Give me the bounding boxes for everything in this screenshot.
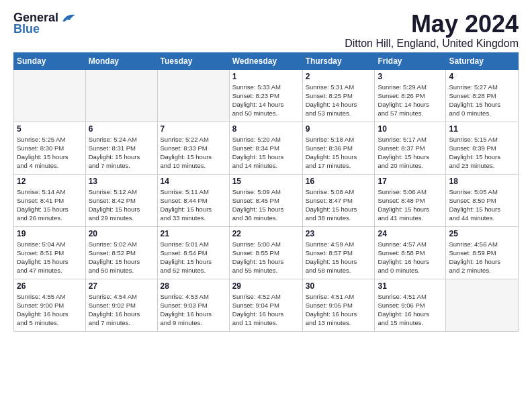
sun-time: Sunrise: 4:56 AM (449, 240, 515, 248)
sun-time: Sunrise: 4:51 AM (378, 292, 443, 301)
calendar-day-header: Friday (375, 52, 446, 69)
sun-time: Sunrise: 4:59 AM (306, 240, 372, 248)
sun-time: and 7 minutes. (89, 161, 154, 170)
day-number: 27 (89, 281, 154, 291)
calendar-day-header: Tuesday (157, 52, 229, 69)
calendar-cell: 23Sunrise: 4:59 AMSunset: 8:57 PMDayligh… (302, 226, 375, 279)
sun-time: Sunrise: 5:17 AM (378, 135, 443, 144)
month-title: May 2024 (345, 11, 519, 38)
sun-time: Sunrise: 4:51 AM (306, 292, 372, 301)
sun-time: Sunrise: 4:52 AM (232, 292, 300, 301)
sun-time: and 38 minutes. (306, 214, 372, 222)
sun-time: Sunset: 9:04 PM (232, 301, 300, 310)
daylight-hours: Daylight: 15 hours (89, 257, 154, 266)
sun-time: Sunset: 8:25 PM (306, 91, 372, 100)
sun-time: Sunrise: 5:02 AM (89, 240, 154, 248)
sun-time: and 13 minutes. (306, 318, 372, 327)
calendar-day-header: Saturday (446, 52, 519, 69)
sun-time: and 5 minutes. (17, 318, 83, 327)
day-number: 5 (17, 124, 83, 134)
daylight-hours: Daylight: 15 hours (232, 152, 300, 161)
day-number: 29 (232, 281, 300, 291)
calendar-cell: 21Sunrise: 5:01 AMSunset: 8:54 PMDayligh… (157, 226, 229, 279)
daylight-hours: Daylight: 14 hours (378, 100, 443, 109)
sun-time: Sunrise: 5:08 AM (306, 187, 372, 196)
title-block: May 2024 Ditton Hill, England, United Ki… (345, 11, 519, 50)
sun-time: Sunrise: 5:20 AM (232, 135, 300, 144)
calendar-cell: 28Sunrise: 4:53 AMSunset: 9:03 PMDayligh… (157, 279, 229, 331)
sun-time: Sunset: 8:55 PM (232, 248, 300, 257)
sun-time: Sunset: 8:37 PM (378, 144, 443, 152)
sun-time: Sunset: 8:48 PM (378, 196, 443, 205)
day-number: 20 (89, 229, 154, 238)
calendar-cell: 7Sunrise: 5:22 AMSunset: 8:33 PMDaylight… (157, 122, 229, 174)
calendar-cell: 17Sunrise: 5:06 AMSunset: 8:48 PMDayligh… (375, 174, 446, 226)
sun-time: Sunset: 8:26 PM (378, 91, 443, 100)
logo-blue: Blue (13, 22, 40, 36)
calendar-cell: 16Sunrise: 5:08 AMSunset: 8:47 PMDayligh… (302, 174, 375, 226)
sun-time: Sunrise: 5:00 AM (232, 240, 300, 248)
sun-time: Sunset: 8:54 PM (161, 248, 226, 257)
calendar-cell: 26Sunrise: 4:55 AMSunset: 9:00 PMDayligh… (14, 279, 86, 331)
daylight-hours: Daylight: 16 hours (161, 310, 226, 318)
sun-time: and 4 minutes. (17, 161, 83, 170)
sun-time: Sunrise: 5:24 AM (89, 135, 154, 144)
day-number: 12 (17, 177, 83, 186)
daylight-hours: Daylight: 16 hours (232, 310, 300, 318)
calendar-cell: 4Sunrise: 5:27 AMSunset: 8:28 PMDaylight… (446, 69, 519, 122)
logo-bird-icon (61, 12, 76, 24)
daylight-hours: Daylight: 16 hours (378, 257, 443, 266)
calendar-cell: 31Sunrise: 4:51 AMSunset: 9:06 PMDayligh… (375, 279, 446, 331)
calendar-cell: 24Sunrise: 4:57 AMSunset: 8:58 PMDayligh… (375, 226, 446, 279)
calendar-cell: 6Sunrise: 5:24 AMSunset: 8:31 PMDaylight… (85, 122, 157, 174)
calendar-cell: 2Sunrise: 5:31 AMSunset: 8:25 PMDaylight… (302, 69, 375, 122)
day-number: 28 (161, 281, 226, 291)
day-number: 8 (232, 124, 300, 134)
daylight-hours: Daylight: 15 hours (161, 257, 226, 266)
calendar-day-header: Wednesday (229, 52, 302, 69)
sun-time: Sunset: 8:34 PM (232, 144, 300, 152)
sun-time: and 20 minutes. (378, 161, 443, 170)
day-number: 24 (378, 229, 443, 238)
sun-time: and 23 minutes. (449, 161, 515, 170)
calendar-cell: 18Sunrise: 5:05 AMSunset: 8:50 PMDayligh… (446, 174, 519, 226)
sun-time: Sunrise: 4:55 AM (17, 292, 83, 301)
calendar-day-header: Sunday (14, 52, 86, 69)
calendar-cell: 25Sunrise: 4:56 AMSunset: 8:59 PMDayligh… (446, 226, 519, 279)
sun-time: and 11 minutes. (232, 318, 300, 327)
day-number: 22 (232, 229, 300, 238)
day-number: 1 (232, 72, 300, 81)
daylight-hours: Daylight: 16 hours (17, 310, 83, 318)
sun-time: and 15 minutes. (378, 318, 443, 327)
daylight-hours: Daylight: 15 hours (378, 152, 443, 161)
daylight-hours: Daylight: 15 hours (161, 205, 226, 214)
sun-time: and 57 minutes. (378, 109, 443, 118)
sun-time: Sunset: 8:23 PM (232, 91, 300, 100)
calendar-cell: 1Sunrise: 5:33 AMSunset: 8:23 PMDaylight… (229, 69, 302, 122)
sun-time: Sunrise: 5:12 AM (89, 187, 154, 196)
day-number: 21 (161, 229, 226, 238)
calendar-cell: 12Sunrise: 5:14 AMSunset: 8:41 PMDayligh… (14, 174, 86, 226)
sun-time: and 44 minutes. (449, 214, 515, 222)
sun-time: Sunset: 8:57 PM (306, 248, 372, 257)
sun-time: Sunrise: 5:29 AM (378, 83, 443, 91)
calendar-cell: 30Sunrise: 4:51 AMSunset: 9:05 PMDayligh… (302, 279, 375, 331)
day-number: 23 (306, 229, 372, 238)
daylight-hours: Daylight: 16 hours (89, 310, 154, 318)
daylight-hours: Daylight: 14 hours (306, 100, 372, 109)
calendar-cell: 10Sunrise: 5:17 AMSunset: 8:37 PMDayligh… (375, 122, 446, 174)
sun-time: Sunset: 8:50 PM (449, 196, 515, 205)
sun-time: and 58 minutes. (306, 266, 372, 275)
calendar-cell: 8Sunrise: 5:20 AMSunset: 8:34 PMDaylight… (229, 122, 302, 174)
logo: General Blue (13, 11, 76, 36)
sun-time: Sunrise: 5:01 AM (161, 240, 226, 248)
header: General Blue May 2024 Ditton Hill, Engla… (13, 11, 519, 50)
sun-time: and 17 minutes. (306, 161, 372, 170)
calendar-day-header: Thursday (302, 52, 375, 69)
sun-time: Sunrise: 5:14 AM (17, 187, 83, 196)
daylight-hours: Daylight: 15 hours (89, 205, 154, 214)
daylight-hours: Daylight: 15 hours (306, 205, 372, 214)
daylight-hours: Daylight: 15 hours (17, 152, 83, 161)
day-number: 14 (161, 177, 226, 186)
sun-time: and 10 minutes. (161, 161, 226, 170)
